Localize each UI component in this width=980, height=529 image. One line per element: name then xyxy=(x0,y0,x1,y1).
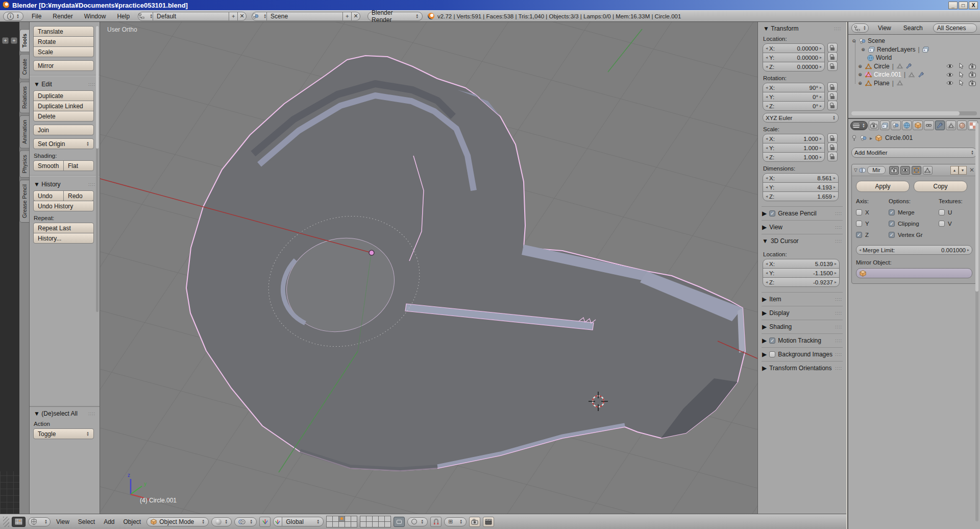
dimension-x-field[interactable]: ◂X:8.561▸ xyxy=(763,173,839,183)
repeat-last-button[interactable]: Repeat Last xyxy=(33,223,94,233)
mode-select[interactable]: Object Mode▲▼ xyxy=(146,517,209,526)
viewport-shading-select[interactable]: ▲▼ xyxy=(211,517,232,526)
render-engine-select[interactable]: Blender Render▲▼ xyxy=(368,12,423,21)
lock-location-y[interactable] xyxy=(827,52,838,62)
lock-location-z[interactable] xyxy=(827,61,838,71)
add-modifier-select[interactable]: Add Modifier▲▼ xyxy=(851,148,977,158)
tab-create[interactable]: Create xyxy=(19,54,29,80)
object-type-visibility-select[interactable]: ▲▼ xyxy=(28,517,51,526)
grease-pencil-section[interactable]: ▶✓Grease Pencil:::: xyxy=(762,206,843,220)
expand-icon[interactable]: ⊕ xyxy=(857,81,863,86)
lock-scale-z[interactable] xyxy=(827,152,838,161)
visibility-eye-icon[interactable] xyxy=(946,71,953,78)
undo-history-button[interactable]: Undo History xyxy=(33,201,94,211)
tab-animation[interactable]: Animation xyxy=(19,115,29,149)
rotation-mode-select[interactable]: XYZ Euler▲▼ xyxy=(763,113,839,123)
delete-button[interactable]: Delete xyxy=(33,111,94,122)
outliner-filter-select[interactable]: All Scenes xyxy=(933,23,977,33)
scale-button[interactable]: Scale xyxy=(33,46,94,57)
transform-orientations-section[interactable]: ▶Transform Orientations:::: xyxy=(762,361,843,375)
modifier-expand-icon[interactable]: ▽ xyxy=(854,167,857,173)
shading-section[interactable]: ▶Shading:::: xyxy=(762,320,843,333)
vertex-groups-option[interactable]: ✓Vertex Gr xyxy=(889,230,923,240)
modifier-editmode-toggle[interactable] xyxy=(912,166,921,175)
editor-type-button-properties[interactable]: ▲▼ xyxy=(850,121,868,130)
duplicate-linked-button[interactable]: Duplicate Linked xyxy=(33,101,94,111)
lock-location-x[interactable] xyxy=(827,43,838,53)
editor-type-button-outliner[interactable]: ▲▼ xyxy=(851,23,869,33)
join-button[interactable]: Join xyxy=(33,125,94,135)
axis-x-option[interactable]: X xyxy=(856,207,889,218)
view-menu[interactable]: View xyxy=(53,518,72,525)
mirror-object-field[interactable] xyxy=(856,268,972,278)
background-images-checkbox[interactable] xyxy=(769,351,775,357)
render-context-icon[interactable] xyxy=(869,121,879,130)
add-scene-button[interactable]: ＋ xyxy=(342,12,352,21)
renderability-camera-icon[interactable] xyxy=(969,71,976,78)
render-animation-button[interactable] xyxy=(483,517,494,527)
rotation-z-field[interactable]: ◂Z:0°▸ xyxy=(763,101,825,111)
cursor-y-field[interactable]: ◂Y:-1.1500▸ xyxy=(763,268,840,278)
motion-tracking-checkbox[interactable]: ✓ xyxy=(769,338,775,344)
menu-render[interactable]: Render xyxy=(50,13,76,20)
axis-y-option[interactable]: Y xyxy=(856,219,889,229)
view-section[interactable]: ▶View:::: xyxy=(762,220,843,234)
tab-tools[interactable]: Tools xyxy=(19,29,29,52)
maximize-button[interactable]: □ xyxy=(959,2,968,9)
object-context-icon[interactable] xyxy=(913,121,923,130)
deselect-all-header[interactable]: ▼ (De)select All:::: xyxy=(34,410,95,417)
render-layers-context-icon[interactable] xyxy=(880,121,890,130)
axis-z-option[interactable]: ✓Z xyxy=(856,230,889,240)
motion-tracking-section[interactable]: ▶✓Motion Tracking:::: xyxy=(762,333,843,347)
item-section[interactable]: ▶Item:::: xyxy=(762,292,843,306)
scale-x-field[interactable]: ◂X:1.000▸ xyxy=(763,134,825,143)
copy-button[interactable]: Copy xyxy=(914,181,967,192)
mirror-button[interactable]: Mirror xyxy=(33,60,94,71)
set-origin-select[interactable]: Set Origin▲▼ xyxy=(33,138,94,149)
rotation-x-field[interactable]: ◂X:90°▸ xyxy=(763,83,825,92)
dimension-y-field[interactable]: ◂Y:4.193▸ xyxy=(763,182,839,192)
duplicate-button[interactable]: Duplicate xyxy=(33,90,94,101)
modifier-delete-icon[interactable]: ✕ xyxy=(969,166,974,174)
snap-element-select[interactable]: ⊞ ▲▼ xyxy=(444,517,467,526)
manipulator-toggle[interactable] xyxy=(259,517,271,527)
grease-pencil-checkbox[interactable]: ✓ xyxy=(769,210,775,217)
translate-button[interactable]: Translate xyxy=(33,26,94,37)
object-menu[interactable]: Object xyxy=(120,518,144,525)
scale-z-field[interactable]: ◂Z:1.000▸ xyxy=(763,152,825,162)
add-layout-button[interactable]: ＋ xyxy=(229,12,238,21)
tape-dispenser-model[interactable] xyxy=(186,56,745,471)
scene-context-icon[interactable] xyxy=(891,121,901,130)
edit-panel-header[interactable]: ▼ Edit:::: xyxy=(34,81,95,88)
lock-rotation-x[interactable] xyxy=(827,82,838,92)
outliner-hscrollbar[interactable] xyxy=(851,111,977,115)
modifier-render-toggle[interactable] xyxy=(889,166,899,175)
outliner-row-scene[interactable]: ⊖ Scene xyxy=(848,37,980,45)
menu-help[interactable]: Help xyxy=(114,13,133,20)
properties-vscrollbar[interactable] xyxy=(975,123,978,521)
renderability-camera-icon[interactable] xyxy=(969,80,976,86)
breadcrumb-object-name[interactable]: Circle.001 xyxy=(885,134,913,141)
modifier-move-up-button[interactable]: ▲ xyxy=(950,166,959,175)
selectability-cursor-icon[interactable] xyxy=(958,63,965,69)
lock-scale-x[interactable] xyxy=(827,133,838,143)
3d-cursor-section[interactable]: ▼3D Cursor:::: xyxy=(762,234,843,248)
shade-flat-button[interactable]: Flat xyxy=(63,160,94,171)
tab-relations[interactable]: Relations xyxy=(19,82,29,113)
world-context-icon[interactable] xyxy=(902,121,912,130)
proportional-edit-select[interactable]: ▲▼ xyxy=(407,517,428,526)
outliner-row-renderlayers[interactable]: ⊕ RenderLayers| xyxy=(848,45,980,54)
editor-type-button-info[interactable]: i ▲▼ xyxy=(3,12,23,21)
expand-region-button-2[interactable]: + xyxy=(11,37,17,44)
scene-icon[interactable]: ▲▼ xyxy=(252,12,267,21)
renderability-camera-icon[interactable] xyxy=(969,63,976,69)
collapse-icon[interactable]: ⊖ xyxy=(851,38,856,43)
outliner-view-menu[interactable]: View xyxy=(875,25,894,32)
outliner-row-circle[interactable]: ⊕ Circle| xyxy=(848,62,980,71)
expand-region-button[interactable]: + xyxy=(2,37,9,44)
clipping-option[interactable]: ✓Clipping xyxy=(889,219,939,229)
transform-panel-header[interactable]: ▼ Transform:::: xyxy=(763,25,841,32)
modifier-cage-toggle[interactable] xyxy=(923,166,933,175)
screen-layout-icon[interactable]: ▲▼ xyxy=(138,12,153,21)
expand-icon[interactable]: ⊕ xyxy=(857,72,863,77)
